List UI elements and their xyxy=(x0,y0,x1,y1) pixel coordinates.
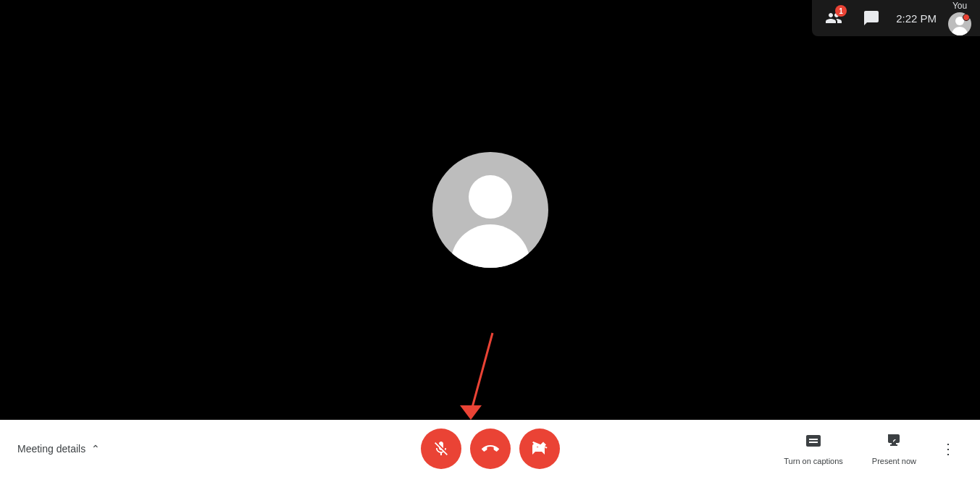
center-controls xyxy=(421,429,560,469)
participants-button[interactable]: 1 xyxy=(821,5,847,31)
more-options-icon: ⋮ xyxy=(941,440,955,457)
mute-button[interactable] xyxy=(421,429,461,469)
avatar-body xyxy=(451,224,530,268)
camera-off-icon xyxy=(531,440,548,457)
captions-icon xyxy=(805,432,822,454)
end-call-icon xyxy=(482,440,499,457)
user-status-badge xyxy=(963,14,970,21)
present-icon xyxy=(885,432,902,454)
participant-avatar xyxy=(432,152,548,268)
chevron-up-icon: ⌃ xyxy=(91,443,100,455)
user-avatar-body xyxy=(952,27,968,35)
bottom-bar: Meeting details ⌃ xyxy=(0,420,980,477)
avatar-head xyxy=(469,175,512,219)
participants-count: 1 xyxy=(835,5,847,17)
user-avatar-wrapper xyxy=(948,12,971,35)
present-now-label: Present now xyxy=(872,457,916,465)
arrow-indicator xyxy=(435,326,522,427)
you-label: You xyxy=(952,1,967,11)
chat-button[interactable] xyxy=(858,5,884,31)
captions-label: Turn on captions xyxy=(784,457,843,465)
mic-off-icon xyxy=(432,440,450,457)
meeting-details-button[interactable]: Meeting details ⌃ xyxy=(17,443,100,455)
end-call-button[interactable] xyxy=(470,429,511,469)
svg-line-0 xyxy=(471,333,493,413)
user-info: You xyxy=(948,1,971,35)
captions-button[interactable]: Turn on captions xyxy=(772,428,855,470)
more-options-button[interactable]: ⋮ xyxy=(934,434,963,463)
svg-marker-1 xyxy=(460,405,482,420)
camera-button[interactable] xyxy=(519,429,560,469)
meeting-details-label: Meeting details xyxy=(17,443,85,455)
chat-icon xyxy=(863,9,880,27)
meeting-time: 2:22 PM xyxy=(896,12,937,25)
right-controls: Turn on captions Present now ⋮ xyxy=(772,428,963,470)
top-bar: 1 2:22 PM You xyxy=(812,0,980,36)
present-now-button[interactable]: Present now xyxy=(860,428,928,470)
